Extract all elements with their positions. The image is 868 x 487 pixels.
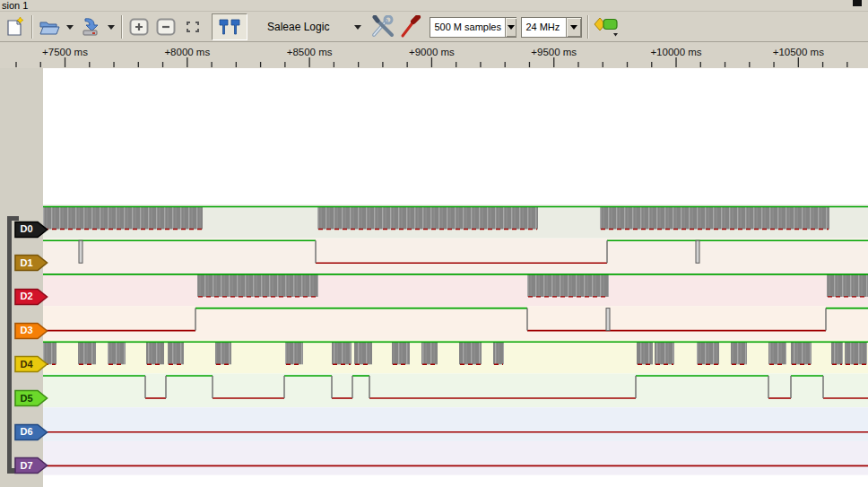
channel-tag-d2[interactable]: D2 <box>14 288 48 306</box>
options-button[interactable] <box>369 13 397 40</box>
channel-band-d7[interactable] <box>43 441 868 475</box>
chevron-down-icon <box>354 25 361 30</box>
toolbar-divider <box>0 41 868 42</box>
channel-tag-d0[interactable]: D0 <box>14 221 48 239</box>
channel-tag-d7[interactable]: D7 <box>14 457 48 474</box>
device-selector[interactable]: Saleae Logic <box>267 21 363 33</box>
ruler-label: +10000 ms <box>650 47 701 57</box>
time-ruler[interactable]: +7500 ms+8000 ms+8500 ms+9000 ms+9500 ms… <box>0 43 868 68</box>
channel-tag-d1[interactable]: D1 <box>14 254 48 272</box>
device-status-icon <box>594 15 624 39</box>
window-title: sion 1 <box>2 0 28 11</box>
new-capture-button[interactable] <box>2 13 29 40</box>
zoom-out-icon <box>155 17 177 37</box>
open-button[interactable] <box>36 13 63 40</box>
probe-button[interactable] <box>397 13 424 40</box>
timing-marker-icon <box>214 16 245 38</box>
time-ruler-canvas: +7500 ms+8000 ms+8500 ms+9000 ms+9500 ms… <box>0 43 868 68</box>
channel-tag-d6[interactable]: D6 <box>14 423 48 441</box>
channel-tag-label: D6 <box>14 423 39 441</box>
channel-band-d2[interactable] <box>43 272 868 306</box>
timing-marker-toggle[interactable] <box>212 13 247 40</box>
sample-rate-value: 24 MHz <box>522 22 566 32</box>
ruler-label: +8000 ms <box>164 47 210 57</box>
sample-rate-dropdown[interactable] <box>566 18 581 37</box>
ruler-label: +10500 ms <box>773 47 824 57</box>
device-status-button[interactable] <box>592 13 626 40</box>
window-control-fragment <box>853 0 862 6</box>
channel-tag-label: D1 <box>14 254 39 272</box>
sample-rate-select[interactable]: 24 MHz <box>521 17 582 38</box>
channel-tag-label: D2 <box>14 288 39 306</box>
export-button[interactable] <box>77 13 104 40</box>
channel-tag-label: D5 <box>14 389 39 407</box>
ruler-label: +9000 ms <box>409 47 455 57</box>
zoom-in-button[interactable] <box>126 13 152 40</box>
sample-count-select[interactable]: 500 M samples <box>430 17 516 38</box>
ruler-label: +7500 ms <box>42 47 88 57</box>
toolbar-separator <box>587 15 589 39</box>
toolbar-separator <box>121 15 123 39</box>
channel-band-d1[interactable] <box>43 239 868 273</box>
channel-tag-label: D0 <box>14 221 39 239</box>
zoom-fit-button[interactable] <box>179 13 206 40</box>
zoom-out-button[interactable] <box>152 13 179 40</box>
channel-tag-label: D7 <box>14 457 39 474</box>
chevron-down-icon <box>570 25 577 30</box>
channel-tag-d3[interactable]: D3 <box>14 322 48 340</box>
waveform-panel[interactable] <box>43 68 868 487</box>
chevron-down-icon <box>108 25 115 30</box>
channel-band-d3[interactable] <box>43 306 868 340</box>
options-tools-icon <box>370 15 395 39</box>
device-selector-label: Saleae Logic <box>267 21 329 33</box>
channel-group-bracket <box>7 216 12 474</box>
channel-tag-label: D3 <box>14 322 39 340</box>
channel-tag-d4[interactable]: D4 <box>14 355 48 373</box>
channel-tag-d5[interactable]: D5 <box>14 389 48 407</box>
waveform-canvas[interactable] <box>43 68 868 487</box>
ruler-label: +8500 ms <box>287 47 333 57</box>
probe-icon <box>400 15 421 39</box>
chevron-down-icon <box>508 25 515 30</box>
channel-tag-label: D4 <box>14 355 39 373</box>
export-dropdown-button[interactable] <box>104 13 118 40</box>
open-dropdown-button[interactable] <box>63 13 77 40</box>
ruler-label: +9500 ms <box>531 47 577 57</box>
main-toolbar: Saleae Logic 500 M samples <box>0 12 868 42</box>
channel-band-d5[interactable] <box>43 374 868 408</box>
export-icon <box>79 16 102 38</box>
toolbar-separator <box>31 15 33 39</box>
open-icon <box>38 16 61 38</box>
chevron-down-icon <box>66 25 74 30</box>
sample-count-dropdown[interactable] <box>505 18 516 37</box>
zoom-in-icon <box>128 17 150 37</box>
new-capture-icon <box>4 16 26 38</box>
channel-band-d6[interactable] <box>43 407 868 441</box>
sample-count-value: 500 M samples <box>430 22 505 32</box>
zoom-fit-icon <box>182 17 204 37</box>
